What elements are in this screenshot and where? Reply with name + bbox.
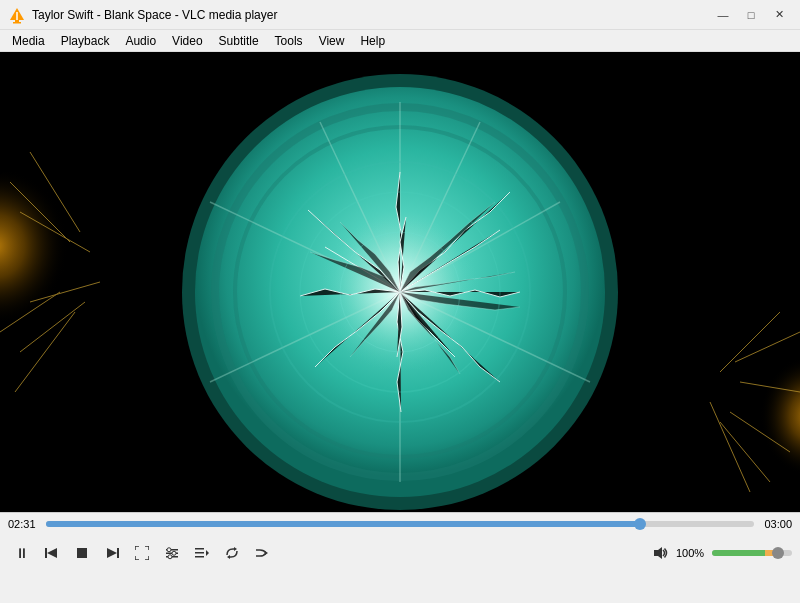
skip-back-icon [45,546,59,560]
skip-back-button[interactable] [38,539,66,567]
svg-rect-40 [117,548,119,558]
menu-subtitle[interactable]: Subtitle [211,30,267,52]
window-controls: — □ ✕ [710,5,792,25]
svg-marker-41 [107,548,117,558]
menu-help[interactable]: Help [352,30,393,52]
video-area [0,52,800,512]
svg-point-47 [168,555,172,559]
fullscreen-button[interactable] [128,539,156,567]
volume-button[interactable] [648,541,672,565]
volume-bar-green [712,550,765,556]
shuffle-icon [255,546,269,560]
svg-marker-56 [265,551,268,555]
menu-playback[interactable]: Playback [53,30,118,52]
seek-bar-fill [46,521,640,527]
stop-icon [76,547,88,559]
seek-bar-track[interactable] [46,521,754,527]
volume-icon [652,545,668,561]
loop-button[interactable] [218,539,246,567]
svg-rect-37 [45,548,47,558]
volume-section: 100% [648,541,792,565]
svg-marker-53 [227,555,230,559]
svg-rect-39 [77,548,87,558]
stop-button[interactable] [68,539,96,567]
svg-point-45 [167,548,171,552]
playlist-icon [195,546,209,560]
title-bar: Taylor Swift - Blank Space - VLC media p… [0,0,800,30]
window-title: Taylor Swift - Blank Space - VLC media p… [32,8,710,22]
controls-bar: 02:31 03:00 ⏸ [0,512,800,602]
svg-marker-38 [47,548,57,558]
volume-bar-track[interactable] [712,550,792,556]
menu-video[interactable]: Video [164,30,210,52]
svg-rect-50 [195,556,204,558]
vlc-icon [8,6,26,24]
time-total: 03:00 [760,518,792,530]
menu-media[interactable]: Media [4,30,53,52]
play-pause-button[interactable]: ⏸ [8,539,36,567]
svg-point-46 [172,551,176,555]
menu-tools[interactable]: Tools [267,30,311,52]
loop-icon [225,546,239,560]
playlist-button[interactable] [188,539,216,567]
playback-controls: ⏸ [0,535,800,571]
menu-bar: Media Playback Audio Video Subtitle Tool… [0,30,800,52]
svg-rect-48 [195,548,204,550]
svg-rect-49 [195,552,204,554]
svg-marker-52 [234,547,237,551]
minimize-button[interactable]: — [710,5,736,25]
menu-view[interactable]: View [311,30,353,52]
svg-marker-57 [654,547,662,559]
shuffle-button[interactable] [248,539,276,567]
seek-bar-thumb[interactable] [634,518,646,530]
svg-marker-51 [206,550,209,556]
skip-forward-button[interactable] [98,539,126,567]
svg-rect-2 [13,22,21,24]
close-button[interactable]: ✕ [766,5,792,25]
volume-percent: 100% [676,547,708,559]
volume-bar-thumb[interactable] [772,547,784,559]
extended-settings-icon [165,546,179,560]
svg-rect-1 [15,20,19,22]
seek-bar-container: 02:31 03:00 [0,513,800,535]
maximize-button[interactable]: □ [738,5,764,25]
fullscreen-icon [135,546,149,560]
svg-point-4 [16,18,18,20]
skip-forward-icon [105,546,119,560]
extended-settings-button[interactable] [158,539,186,567]
menu-audio[interactable]: Audio [117,30,164,52]
time-elapsed: 02:31 [8,518,40,530]
